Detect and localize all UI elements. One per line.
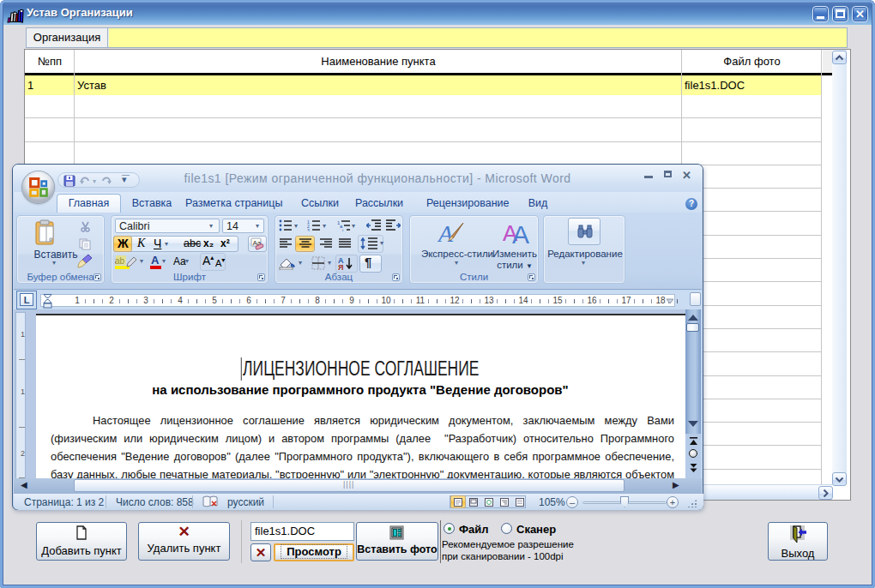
svg-text:Я: Я (338, 263, 343, 271)
svg-text:i: i (342, 228, 343, 231)
svg-text:A: A (438, 220, 454, 247)
svg-text:A: A (512, 220, 529, 246)
svg-text:3: 3 (307, 228, 310, 231)
